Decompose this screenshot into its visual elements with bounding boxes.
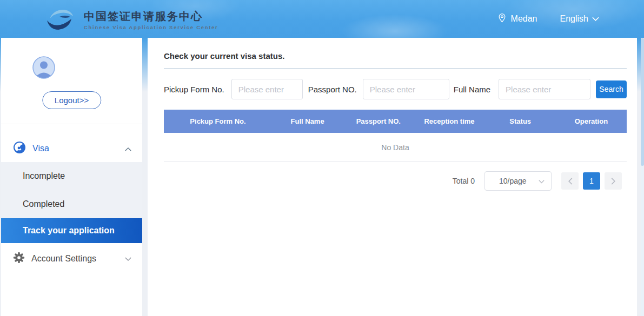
visa-icon	[13, 141, 26, 156]
page-title: Check your current visa status.	[164, 51, 627, 60]
main-content: Check your current visa status. Pickup F…	[148, 38, 637, 316]
passport-no-label: Passport NO.	[308, 85, 357, 94]
sidebar-item-track-application[interactable]: Track your application	[1, 218, 142, 243]
column-header-operation: Operation	[556, 117, 627, 125]
column-header-status: Status	[485, 117, 556, 125]
pager: 1	[561, 172, 622, 190]
pickup-form-no-label: Pickup Form No.	[164, 85, 224, 94]
brand: 中国签证申请服务中心 Chinese Visa Application Serv…	[43, 6, 218, 34]
prev-page-button[interactable]	[561, 172, 579, 190]
language-label: English	[560, 14, 588, 24]
full-name-label: Full Name	[454, 85, 490, 94]
table-header-row: Pickup Form No. Full Name Passport NO. R…	[164, 110, 627, 133]
passport-no-input[interactable]	[363, 79, 449, 99]
title-divider	[164, 69, 627, 69]
chevron-down-icon	[539, 177, 545, 185]
column-header-reception-time: Reception time	[414, 117, 484, 125]
sidebar-item-visa-label: Visa	[32, 144, 125, 153]
logout-button[interactable]: Logout>>	[42, 91, 101, 109]
brand-subtitle-en: Chinese Visa Application Service Center	[84, 24, 218, 30]
prev-page-icon	[568, 178, 573, 185]
page-size-select[interactable]: 10/page	[484, 171, 552, 191]
visa-center-page: 中国签证申请服务中心 Chinese Visa Application Serv…	[0, 0, 644, 316]
chevron-down-icon	[592, 14, 599, 24]
column-header-full-name: Full Name	[272, 117, 343, 125]
sidebar-item-incomplete[interactable]: Incomplete	[1, 162, 142, 190]
sidebar-item-visa[interactable]: Visa	[1, 135, 142, 162]
logo-swoosh-icon	[43, 6, 77, 34]
sidebar-item-account-settings[interactable]: Account Settings	[1, 245, 142, 272]
chevron-up-icon	[125, 144, 131, 153]
language-selector[interactable]: English	[560, 14, 599, 24]
location-selector[interactable]: Medan	[498, 13, 537, 25]
next-page-icon	[611, 178, 616, 185]
page-1-button[interactable]: 1	[583, 172, 600, 190]
column-header-pickup-form-no: Pickup Form No.	[164, 117, 272, 125]
sidebar-item-completed-label: Completed	[23, 199, 64, 209]
column-header-passport-no: Passport NO.	[343, 117, 414, 125]
sidebar-menu: Visa Incomplete Completed Track your app…	[1, 135, 142, 272]
location-pin-icon	[498, 13, 506, 25]
sidebar-item-completed[interactable]: Completed	[1, 190, 142, 218]
pagination: Total 0 10/page 1	[164, 171, 622, 191]
sidebar-item-track-application-label: Track your application	[23, 226, 115, 236]
search-button[interactable]: Search	[596, 80, 627, 98]
scrollbar-thumb[interactable]	[641, 38, 644, 166]
search-form: Pickup Form No. Passport NO. Full Name S…	[164, 79, 627, 99]
header-right: Medan English	[498, 0, 599, 38]
gear-icon	[13, 252, 25, 266]
pickup-form-no-input[interactable]	[231, 79, 303, 99]
brand-title-zh: 中国签证申请服务中心	[84, 10, 218, 23]
vertical-scrollbar[interactable]	[641, 38, 644, 316]
table-empty-state: No Data	[164, 133, 627, 162]
sidebar-item-account-settings-label: Account Settings	[31, 254, 125, 264]
sidebar: Logout>> Visa Incomplete	[1, 38, 142, 316]
profile-section: Logout>>	[1, 38, 142, 124]
avatar	[32, 56, 55, 79]
sidebar-item-incomplete-label: Incomplete	[23, 171, 65, 181]
page-size-value: 10/page	[499, 177, 527, 185]
pagination-total: Total 0	[453, 177, 475, 185]
next-page-button[interactable]	[605, 172, 622, 190]
brand-text: 中国签证申请服务中心 Chinese Visa Application Serv…	[84, 10, 218, 30]
location-label: Medan	[511, 14, 537, 24]
full-name-input[interactable]	[499, 79, 590, 99]
chevron-down-icon	[125, 254, 131, 264]
